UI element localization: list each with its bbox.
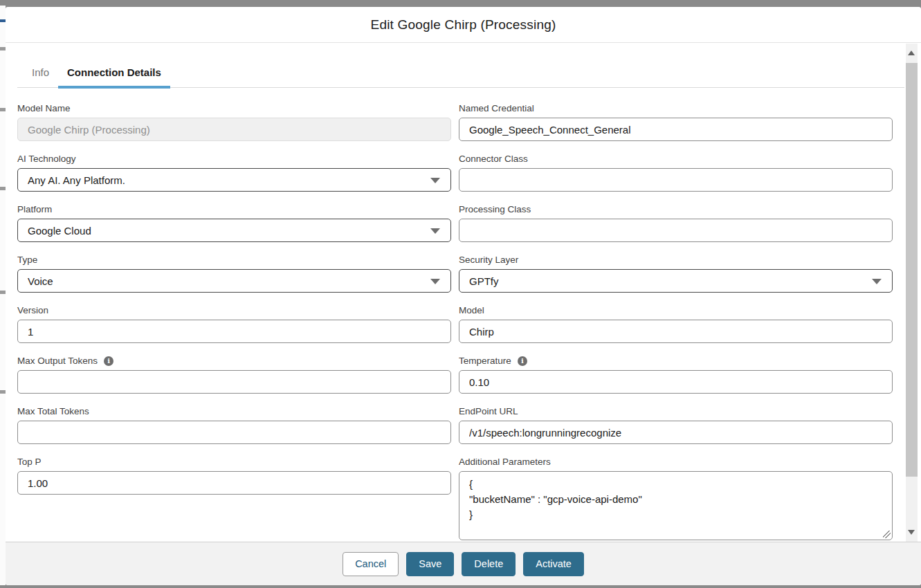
field-model: Model xyxy=(459,304,893,343)
field-label: Model xyxy=(459,304,893,316)
field-connector-class: Connector Class xyxy=(459,153,893,192)
background-fragment xyxy=(0,390,6,394)
max-output-tokens-input[interactable] xyxy=(17,370,451,394)
field-label-text: Top P xyxy=(17,457,42,467)
field-label-text: Named Credential xyxy=(459,103,534,113)
field-type: TypeVoice xyxy=(17,254,451,293)
field-label: Type xyxy=(17,254,451,266)
field-label: Connector Class xyxy=(459,153,893,165)
processing-class-input[interactable] xyxy=(459,219,893,242)
model-name-input xyxy=(17,118,451,141)
field-platform: PlatformGoogle Cloud xyxy=(17,203,451,242)
dialog-title: Edit Google Chirp (Processing) xyxy=(371,17,556,33)
tab-connection-details[interactable]: Connection Details xyxy=(58,66,170,87)
select-value: Any AI. Any Platform. xyxy=(28,174,125,186)
field-label: Model Name xyxy=(17,102,451,114)
scrollbar-thumb[interactable] xyxy=(906,63,918,477)
background-fragment xyxy=(0,47,6,50)
field-additional-parameters: Additional Parameters xyxy=(459,456,893,540)
scrollbar-down-arrow-icon[interactable] xyxy=(908,530,915,535)
field-endpoint-url: EndPoint URL xyxy=(459,405,893,444)
field-label: Additional Parameters xyxy=(459,456,893,468)
additional-parameters-textarea[interactable] xyxy=(459,471,893,540)
field-ai-technology: AI TechnologyAny AI. Any Platform. xyxy=(17,153,451,192)
field-label-text: Type xyxy=(17,255,37,265)
field-label: Max Total Tokens xyxy=(17,405,451,417)
chevron-down-icon xyxy=(430,228,440,234)
delete-button[interactable]: Delete xyxy=(462,552,516,576)
field-named-credential: Named Credential xyxy=(459,102,893,141)
field-label-text: Max Output Tokens xyxy=(17,356,98,366)
select-value: GPTfy xyxy=(469,275,499,287)
form-column-left: Model NameAI TechnologyAny AI. Any Platf… xyxy=(17,102,451,542)
field-label-text: Connector Class xyxy=(459,154,528,164)
edit-model-dialog: Edit Google Chirp (Processing) InfoConne… xyxy=(6,7,921,585)
chevron-down-icon xyxy=(872,279,882,284)
top-p-input[interactable] xyxy=(17,471,451,495)
tab-bar: InfoConnection Details xyxy=(17,66,904,88)
field-label-text: Version xyxy=(17,305,48,315)
select-value: Google Cloud xyxy=(28,225,91,237)
platform-select[interactable]: Google Cloud xyxy=(17,219,451,242)
temperature-input[interactable] xyxy=(459,370,893,394)
field-label-text: Temperature xyxy=(459,356,511,366)
dialog-footer: CancelSaveDeleteActivate xyxy=(6,542,921,585)
field-top-p: Top P xyxy=(17,456,451,495)
field-label-text: Platform xyxy=(17,204,52,214)
type-select[interactable]: Voice xyxy=(17,269,451,293)
field-max-total-tokens: Max Total Tokens xyxy=(17,405,451,444)
field-label: Temperaturei xyxy=(459,355,893,367)
scrollbar-up-arrow-icon[interactable] xyxy=(908,50,915,55)
activate-button[interactable]: Activate xyxy=(523,552,584,576)
background-fragment xyxy=(0,291,6,294)
field-label: Max Output Tokensi xyxy=(17,355,451,367)
field-label-text: Processing Class xyxy=(459,204,531,214)
version-input[interactable] xyxy=(17,320,451,343)
field-security-layer: Security LayerGPTfy xyxy=(459,254,893,293)
chevron-down-icon xyxy=(430,279,440,284)
named-credential-input[interactable] xyxy=(459,118,893,141)
connector-class-input[interactable] xyxy=(459,168,893,192)
save-button[interactable]: Save xyxy=(406,552,454,576)
dialog-content: InfoConnection Details Model NameAI Tech… xyxy=(6,44,904,542)
field-label-text: AI Technology xyxy=(17,154,76,164)
background-fragment xyxy=(0,108,6,111)
field-label: Processing Class xyxy=(459,203,893,215)
field-label-text: Additional Parameters xyxy=(459,457,551,467)
field-label: Top P xyxy=(17,456,451,468)
info-icon[interactable]: i xyxy=(518,356,527,366)
field-model-name: Model Name xyxy=(17,102,451,141)
resize-grip-icon[interactable] xyxy=(883,531,891,538)
textarea-wrapper xyxy=(459,471,893,540)
ai-technology-select[interactable]: Any AI. Any Platform. xyxy=(17,168,451,192)
background-fragment xyxy=(0,187,6,190)
field-processing-class: Processing Class xyxy=(459,203,893,242)
field-label: Version xyxy=(17,304,451,316)
dialog-body: InfoConnection Details Model NameAI Tech… xyxy=(6,44,921,542)
field-label: AI Technology xyxy=(17,153,451,165)
endpoint-url-input[interactable] xyxy=(459,421,893,444)
field-label-text: Model xyxy=(459,305,484,315)
background-page-strip xyxy=(0,6,6,585)
form-column-right: Named CredentialConnector ClassProcessin… xyxy=(459,102,893,542)
background-fragment xyxy=(0,19,6,22)
tab-info[interactable]: Info xyxy=(23,66,58,87)
field-temperature: Temperaturei xyxy=(459,355,893,394)
vertical-scrollbar[interactable] xyxy=(906,44,918,542)
connection-details-form: Model NameAI TechnologyAny AI. Any Platf… xyxy=(17,102,904,542)
field-label-text: Security Layer xyxy=(459,255,518,265)
field-label: Platform xyxy=(17,203,451,215)
field-label: Named Credential xyxy=(459,102,893,114)
chevron-down-icon xyxy=(430,178,440,183)
model-input[interactable] xyxy=(459,320,893,343)
info-icon[interactable]: i xyxy=(104,356,113,366)
security-layer-select[interactable]: GPTfy xyxy=(459,269,893,293)
dialog-header: Edit Google Chirp (Processing) xyxy=(6,7,921,43)
field-label-text: EndPoint URL xyxy=(459,406,518,416)
max-total-tokens-input[interactable] xyxy=(17,421,451,444)
field-label: EndPoint URL xyxy=(459,405,893,417)
field-version: Version xyxy=(17,304,451,343)
cancel-button[interactable]: Cancel xyxy=(343,552,399,576)
field-label: Security Layer xyxy=(459,254,893,266)
field-max-output-tokens: Max Output Tokensi xyxy=(17,355,451,394)
